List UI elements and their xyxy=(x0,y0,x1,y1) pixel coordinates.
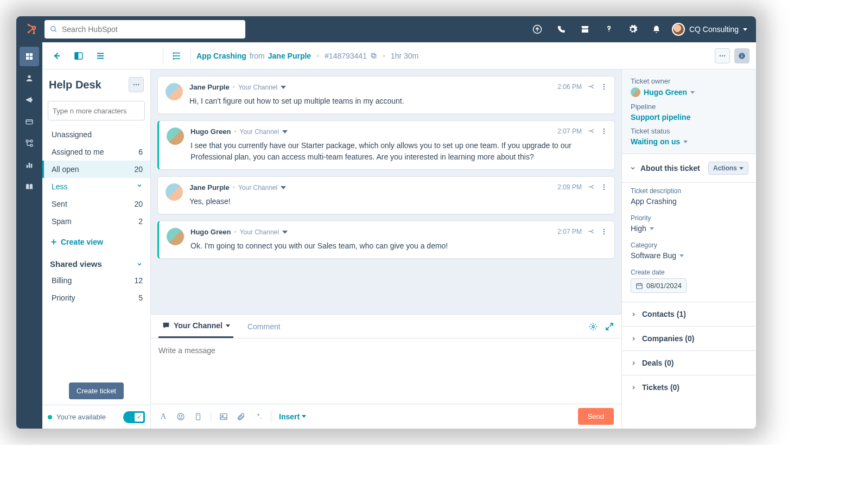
reply-icon[interactable] xyxy=(587,183,595,191)
gear-icon[interactable] xyxy=(589,322,598,331)
svg-rect-68 xyxy=(220,413,227,419)
shared-view-priority[interactable]: Priority5 xyxy=(42,289,150,307)
font-button[interactable]: A xyxy=(158,412,168,421)
shared-views-header[interactable]: Shared views xyxy=(42,254,150,272)
panel-toggle-button[interactable] xyxy=(71,48,87,64)
sidebar-search[interactable] xyxy=(48,101,145,120)
chevron-down-icon[interactable] xyxy=(281,86,286,89)
filter-button[interactable] xyxy=(169,48,185,64)
avatar xyxy=(167,228,184,245)
actions-dropdown[interactable]: Actions xyxy=(708,162,748,175)
more-icon[interactable] xyxy=(600,127,608,135)
sidebar-search-input[interactable] xyxy=(53,107,144,115)
status-dropdown[interactable]: Waiting on us xyxy=(631,137,747,146)
availability-toggle[interactable]: ✓ xyxy=(123,411,145,423)
marketplace-icon[interactable] xyxy=(576,21,594,38)
createdate-picker[interactable]: 08/01/2024 xyxy=(631,278,687,293)
composer-channel-tab[interactable]: Your Channel xyxy=(158,315,233,338)
settings-icon[interactable] xyxy=(624,21,641,38)
view-sent[interactable]: Sent20 xyxy=(42,195,150,213)
rail-contacts[interactable] xyxy=(20,68,39,88)
reply-icon[interactable] xyxy=(587,83,595,91)
svg-line-6 xyxy=(55,30,56,32)
chevron-down-icon xyxy=(650,227,654,230)
svg-point-57 xyxy=(603,187,605,188)
rail-reports[interactable] xyxy=(20,155,39,175)
message-author: Jane Purple xyxy=(189,83,230,91)
assoc-deals[interactable]: Deals (0) xyxy=(622,350,756,375)
view-less-toggle[interactable]: Less xyxy=(42,178,150,195)
category-dropdown[interactable]: Software Bug xyxy=(631,251,747,260)
more-icon[interactable] xyxy=(600,228,608,235)
emoji-button[interactable] xyxy=(176,412,186,421)
sidebar-title: Help Desk xyxy=(49,79,101,91)
create-view-button[interactable]: Create view xyxy=(42,230,150,254)
snippet-button[interactable] xyxy=(193,412,203,421)
create-ticket-button[interactable]: Create ticket xyxy=(69,382,124,399)
ai-button[interactable] xyxy=(253,412,263,421)
svg-rect-36 xyxy=(371,53,375,57)
list-view-button[interactable] xyxy=(92,48,109,64)
attachment-button[interactable] xyxy=(236,412,246,421)
rail-commerce[interactable] xyxy=(20,112,39,131)
reply-icon[interactable] xyxy=(587,127,595,135)
assoc-companies[interactable]: Companies (0) xyxy=(622,326,756,350)
svg-point-60 xyxy=(603,231,605,232)
svg-point-59 xyxy=(603,229,605,230)
rail-library[interactable] xyxy=(20,177,39,196)
status-label: Ticket status xyxy=(631,127,747,135)
account-menu[interactable]: CQ Consulting xyxy=(672,23,747,36)
expand-icon[interactable] xyxy=(605,322,614,331)
svg-point-42 xyxy=(741,54,742,55)
insert-menu[interactable]: Insert xyxy=(279,412,306,421)
chevron-down-icon xyxy=(302,415,306,418)
ticket-id: #148793441 xyxy=(325,52,367,60)
rail-dashboard[interactable] xyxy=(20,47,39,66)
pipeline-link[interactable]: Support pipeline xyxy=(631,113,747,122)
reply-icon[interactable] xyxy=(587,228,595,235)
more-icon[interactable] xyxy=(600,183,608,191)
copy-icon[interactable] xyxy=(370,52,377,59)
chevron-down-icon xyxy=(630,165,636,171)
chevron-down-icon[interactable] xyxy=(281,186,286,189)
about-section-header[interactable]: About this ticket Actions xyxy=(622,154,756,183)
owner-dropdown[interactable]: Hugo Green xyxy=(631,87,747,97)
view-spam[interactable]: Spam2 xyxy=(42,213,150,230)
assoc-contacts[interactable]: Contacts (1) xyxy=(622,302,756,326)
owner-label: Ticket owner xyxy=(631,77,747,85)
view-unassigned[interactable]: Unassigned xyxy=(42,126,150,143)
rail-automation[interactable] xyxy=(20,133,39,153)
global-search[interactable] xyxy=(45,20,245,39)
priority-dropdown[interactable]: High xyxy=(631,224,747,233)
view-all-open[interactable]: All open20 xyxy=(42,161,150,178)
global-search-input[interactable] xyxy=(62,25,240,34)
notifications-icon[interactable] xyxy=(648,21,665,38)
rail-marketing[interactable] xyxy=(20,90,39,110)
more-actions-button[interactable] xyxy=(715,48,730,63)
chevron-down-icon[interactable] xyxy=(282,231,288,234)
shared-view-billing[interactable]: Billing12 xyxy=(42,272,150,289)
more-icon[interactable] xyxy=(600,83,608,91)
back-button[interactable] xyxy=(49,48,65,64)
info-button[interactable] xyxy=(734,48,749,63)
composer-input[interactable] xyxy=(158,346,614,363)
help-icon[interactable] xyxy=(600,21,618,38)
composer-toolbar: A Insert Send xyxy=(151,404,621,429)
view-assigned-to-me[interactable]: Assigned to me6 xyxy=(42,143,150,161)
svg-rect-25 xyxy=(75,53,78,59)
contact-name-link[interactable]: Jane Purple xyxy=(268,52,311,60)
phone-icon[interactable] xyxy=(552,21,570,38)
svg-point-1 xyxy=(28,24,30,26)
ticket-title[interactable]: App Crashing xyxy=(196,52,246,60)
composer-comment-tab[interactable]: Comment xyxy=(244,315,284,338)
svg-point-52 xyxy=(603,88,605,90)
chevron-down-icon xyxy=(739,167,744,170)
sidebar-more-button[interactable] xyxy=(129,77,144,92)
upgrade-icon[interactable] xyxy=(529,21,546,38)
image-button[interactable] xyxy=(219,412,228,421)
chevron-down-icon[interactable] xyxy=(282,130,288,133)
message-text: Ok. I'm going to connect you with our Sa… xyxy=(190,240,607,252)
send-button[interactable]: Send xyxy=(578,408,614,425)
assoc-tickets[interactable]: Tickets (0) xyxy=(622,375,756,399)
hubspot-logo-icon[interactable] xyxy=(25,23,38,36)
